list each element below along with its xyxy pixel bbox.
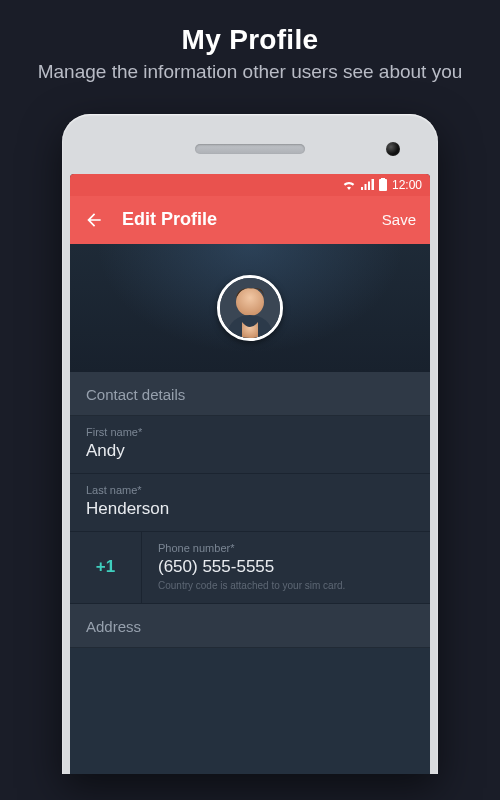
status-bar: 12:00	[70, 174, 430, 196]
promo-header: My Profile Manage the information other …	[0, 0, 500, 102]
phone-front-camera	[386, 142, 400, 156]
last-name-value: Henderson	[86, 499, 414, 519]
phone-screen: 12:00 Edit Profile Save	[70, 174, 430, 774]
profile-avatar[interactable]	[217, 275, 283, 341]
phone-number-label: Phone number*	[158, 542, 414, 554]
avatar-image	[220, 278, 280, 338]
svg-point-1	[236, 288, 264, 316]
save-button[interactable]: Save	[382, 211, 416, 228]
back-button[interactable]	[84, 210, 104, 230]
phone-speaker	[195, 144, 305, 154]
phone-number-value: (650) 555-5555	[158, 557, 414, 577]
app-bar: Edit Profile Save	[70, 196, 430, 244]
phone-row: +1 Phone number* (650) 555-5555 Country …	[70, 532, 430, 604]
first-name-value: Andy	[86, 441, 414, 461]
phone-frame: 12:00 Edit Profile Save	[62, 114, 438, 774]
wifi-icon	[342, 179, 356, 190]
appbar-title: Edit Profile	[122, 209, 382, 230]
phone-top-bezel	[70, 122, 430, 174]
signal-icon	[361, 179, 374, 190]
section-contact-details: Contact details	[70, 372, 430, 416]
last-name-field[interactable]: Last name* Henderson	[70, 474, 430, 532]
promo-title: My Profile	[30, 24, 470, 56]
first-name-label: First name*	[86, 426, 414, 438]
profile-hero	[70, 244, 430, 372]
first-name-field[interactable]: First name* Andy	[70, 416, 430, 474]
promo-subtitle: Manage the information other users see a…	[30, 60, 470, 84]
battery-icon	[379, 178, 387, 191]
country-code-field[interactable]: +1	[70, 532, 142, 603]
last-name-label: Last name*	[86, 484, 414, 496]
status-time: 12:00	[392, 178, 422, 192]
phone-number-hint: Country code is attached to your sim car…	[158, 580, 414, 591]
phone-number-field[interactable]: Phone number* (650) 555-5555 Country cod…	[142, 532, 430, 603]
section-address: Address	[70, 604, 430, 648]
